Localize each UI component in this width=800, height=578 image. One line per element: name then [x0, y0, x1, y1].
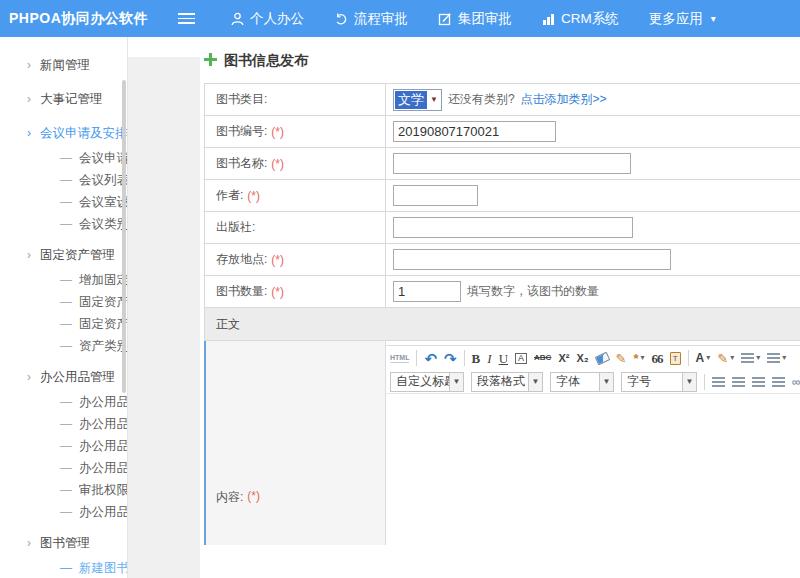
sidebar-item-fixed-asset-depreciation[interactable]: —固定资产折旧: [0, 313, 127, 335]
editor-toolbar-row1: HTML ↶ ↷ B I U A ABC X² X₂ ✎: [386, 346, 800, 370]
paragraph-format-select[interactable]: 段落格式▼: [471, 372, 543, 392]
user-icon: [231, 12, 244, 26]
nav-personal-office[interactable]: 个人办公: [231, 10, 304, 28]
category-selected-value: 文学: [395, 91, 427, 109]
sidebar-item-approval-permission[interactable]: —审批权限设置: [0, 479, 127, 501]
auto-typeset-button[interactable]: *▾: [634, 352, 645, 365]
eraser-button[interactable]: [594, 351, 610, 365]
ordered-list-button[interactable]: ▾: [741, 353, 760, 363]
form-row-author: 作者:(*): [205, 180, 800, 212]
caret-down-icon: ▼: [599, 373, 613, 391]
align-justify-button[interactable]: [772, 377, 785, 387]
required-mark: (*): [271, 125, 284, 139]
sidebar-item-asset-category[interactable]: —资产类别: [0, 335, 127, 357]
sidebar-item-meeting-category-setup[interactable]: —会议类别设置: [0, 213, 127, 235]
book-name-input[interactable]: [393, 153, 631, 174]
sidebar-item-supplies-manage[interactable]: —办公用品管理: [0, 413, 127, 435]
book-no-label: 图书编号:: [216, 123, 267, 140]
paste-text-button[interactable]: T: [670, 352, 681, 365]
add-category-link[interactable]: 点击添加类别>>: [521, 91, 607, 108]
sidebar-item-meeting-apply[interactable]: —会议申请: [0, 147, 127, 169]
author-input[interactable]: [393, 185, 478, 206]
book-no-input[interactable]: [393, 121, 556, 142]
publisher-label: 出版社:: [216, 219, 255, 236]
sidebar-item-meeting-request[interactable]: ›会议申请及安排: [0, 119, 127, 147]
location-input[interactable]: [393, 249, 671, 270]
bold-button[interactable]: B: [472, 352, 481, 365]
body-section-header: 正文: [205, 308, 800, 341]
caret-down-icon: ▼: [682, 373, 696, 391]
sidebar-item-supplies-inventory[interactable]: —办公用品库存管理: [0, 457, 127, 479]
nav-process-approval[interactable]: 流程审批: [334, 10, 408, 28]
italic-button[interactable]: I: [487, 352, 491, 365]
nav-crm-system[interactable]: CRM系统: [542, 10, 619, 28]
caret-down-icon: ▾: [711, 13, 716, 24]
toolbar-separator: [416, 350, 417, 366]
form-row-publisher: 出版社:: [205, 212, 800, 244]
app-logo: PHPOA协同办公软件: [0, 10, 178, 28]
sidebar-item-memorabilia-mgmt[interactable]: ›大事记管理: [0, 85, 127, 113]
undo-button[interactable]: ↶: [424, 351, 437, 366]
font-size-select[interactable]: 字号▼: [621, 372, 697, 392]
caret-down-icon: ▾: [756, 354, 760, 362]
publisher-input[interactable]: [393, 217, 633, 238]
nav-more-apps[interactable]: 更多应用 ▾: [649, 10, 716, 28]
sidebar-item-news-mgmt[interactable]: ›新闻管理: [0, 51, 127, 79]
toolbar-separator: [688, 350, 689, 366]
unordered-list-button[interactable]: ▾: [767, 353, 786, 363]
form-row-book-name: 图书名称:(*): [205, 148, 800, 180]
toolbar-separator: [704, 374, 705, 390]
sidebar-item-book-mgmt[interactable]: ›图书管理: [0, 529, 127, 557]
sidebar-item-fixed-asset-mgmt[interactable]: ›固定资产管理: [0, 241, 127, 269]
subscript-button[interactable]: X₂: [576, 353, 588, 364]
book-form: 图书类目: 文学 ▼ 还没有类别? 点击添加类别>> 图书编号:(*) 图书名称…: [204, 83, 800, 545]
strikethrough-button[interactable]: ABC: [534, 354, 551, 362]
bar-chart-icon: [542, 12, 555, 25]
underline-button[interactable]: U: [499, 352, 508, 365]
required-mark: (*): [247, 489, 260, 503]
sidebar-item-supplies-purchase[interactable]: —办公用品采购: [0, 435, 127, 457]
sidebar-item-meeting-list-approve[interactable]: —会议列表及审批: [0, 169, 127, 191]
format-brush-button[interactable]: ✎: [616, 352, 627, 365]
category-label: 图书类目:: [216, 91, 267, 108]
blockquote-button[interactable]: 66: [652, 352, 663, 365]
required-mark: (*): [271, 157, 284, 171]
editor-content-area[interactable]: [386, 393, 800, 545]
menu-toggle-icon[interactable]: [178, 13, 195, 24]
sidebar-item-supplies-category-setup[interactable]: —办公用品分类设置: [0, 501, 127, 523]
sidebar-menu: ›新闻管理 ›大事记管理 ›会议申请及安排 —会议申请 —会议列表及审批 —会议…: [0, 37, 128, 578]
sidebar-item-supplies-claim[interactable]: —办公用品领用: [0, 391, 127, 413]
list-icon: [767, 353, 780, 363]
required-mark: (*): [271, 285, 284, 299]
add-plus-icon: [204, 52, 217, 70]
sidebar-item-meeting-room-setup[interactable]: —会议室设置: [0, 191, 127, 213]
custom-heading-select[interactable]: 自定义标题▼: [390, 372, 464, 392]
align-right-button[interactable]: [752, 377, 765, 387]
rich-text-editor: HTML ↶ ↷ B I U A ABC X² X₂ ✎: [386, 341, 800, 545]
font-color-button[interactable]: A▾: [696, 352, 711, 364]
html-source-button[interactable]: HTML: [390, 354, 409, 363]
sidebar-item-new-book[interactable]: —新建图书: [0, 557, 127, 578]
align-left-button[interactable]: [712, 377, 725, 387]
font-border-button[interactable]: A: [515, 353, 527, 364]
sidebar-item-office-supplies-mgmt[interactable]: ›办公用品管理: [0, 363, 127, 391]
book-name-label: 图书名称:: [216, 155, 267, 172]
form-row-quantity: 图书数量:(*) 填写数字，该图书的数量: [205, 276, 800, 308]
sidebar-scrollbar[interactable]: [122, 80, 126, 393]
select-arrow-icon: ▼: [430, 95, 438, 104]
top-bar: PHPOA协同办公软件 个人办公 流程审批 集团审批 CRM系统 更多应用 ▾: [0, 0, 800, 37]
category-select[interactable]: 文学 ▼: [393, 89, 442, 111]
main-panel: 图书信息发布 图书类目: 文学 ▼ 还没有类别? 点击添加类别>> 图书编号:(…: [200, 37, 800, 578]
sidebar-item-fixed-asset-manage[interactable]: —固定资产管理: [0, 291, 127, 313]
required-mark: (*): [247, 189, 260, 203]
align-center-button[interactable]: [732, 377, 745, 387]
redo-button[interactable]: ↷: [444, 351, 457, 366]
superscript-button[interactable]: X²: [558, 353, 569, 364]
sidebar-item-add-fixed-asset[interactable]: —增加固定资产: [0, 269, 127, 291]
nav-group-approval[interactable]: 集团审批: [438, 10, 512, 28]
insert-link-button[interactable]: ∞: [792, 376, 800, 388]
highlight-pen-button[interactable]: ✎▾: [717, 352, 734, 365]
font-family-select[interactable]: 字体▼: [550, 372, 614, 392]
top-nav: 个人办公 流程审批 集团审批 CRM系统 更多应用 ▾: [231, 10, 716, 28]
quantity-input[interactable]: [393, 281, 461, 302]
